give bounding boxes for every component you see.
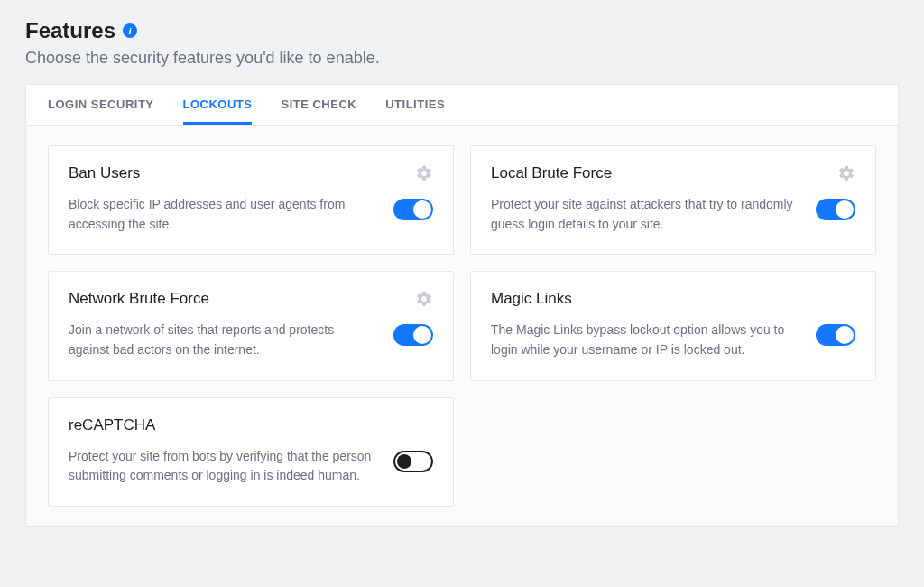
feature-card-magic-links: Magic LinksThe Magic Links bypass lockou… — [470, 271, 876, 380]
gear-icon[interactable] — [415, 164, 433, 182]
feature-card-network-brute-force: Network Brute ForceJoin a network of sit… — [48, 271, 454, 380]
feature-card-ban-users: Ban UsersBlock specific IP addresses and… — [48, 145, 454, 255]
feature-toggle[interactable] — [393, 451, 433, 472]
feature-description: Protect your site against attackers that… — [491, 195, 798, 234]
page-title: Features — [25, 18, 116, 43]
feature-title: Magic Links — [491, 290, 798, 308]
info-icon[interactable]: i — [123, 23, 137, 38]
feature-toggle[interactable] — [816, 199, 855, 220]
feature-toggle[interactable] — [393, 199, 433, 220]
features-panel: LOGIN SECURITYLOCKOUTSSITE CHECKUTILITIE… — [25, 84, 899, 527]
feature-description: Block specific IP addresses and user age… — [69, 195, 375, 234]
feature-title: reCAPTCHA — [69, 416, 375, 434]
feature-title: Local Brute Force — [491, 164, 798, 182]
feature-title: Network Brute Force — [69, 290, 375, 308]
gear-icon[interactable] — [415, 290, 433, 308]
tabs: LOGIN SECURITYLOCKOUTSSITE CHECKUTILITIE… — [26, 85, 898, 126]
tab-login-security[interactable]: LOGIN SECURITY — [48, 85, 154, 125]
feature-grid: Ban UsersBlock specific IP addresses and… — [48, 145, 876, 507]
feature-description: The Magic Links bypass lockout option al… — [491, 321, 798, 359]
feature-description: Join a network of sites that reports and… — [69, 321, 375, 359]
page-subtitle: Choose the security features you'd like … — [25, 49, 899, 68]
feature-title: Ban Users — [69, 164, 375, 182]
feature-card-local-brute-force: Local Brute ForceProtect your site again… — [470, 145, 876, 255]
tab-site-check[interactable]: SITE CHECK — [281, 85, 356, 125]
feature-toggle[interactable] — [816, 324, 855, 346]
feature-card-recaptcha: reCAPTCHAProtect your site from bots by … — [48, 397, 454, 507]
tab-utilities[interactable]: UTILITIES — [385, 85, 445, 125]
feature-toggle[interactable] — [393, 324, 433, 346]
gear-icon[interactable] — [837, 164, 855, 182]
feature-description: Protect your site from bots by verifying… — [69, 447, 375, 486]
tab-lockouts[interactable]: LOCKOUTS — [183, 85, 253, 125]
